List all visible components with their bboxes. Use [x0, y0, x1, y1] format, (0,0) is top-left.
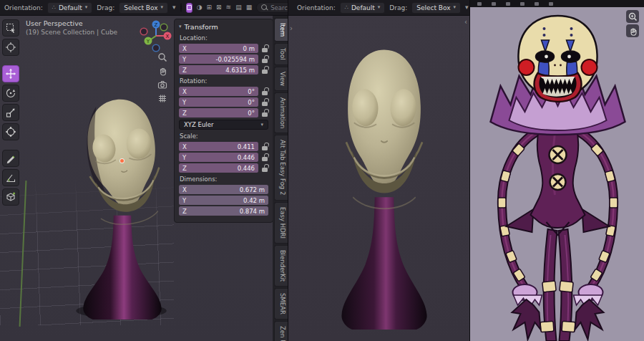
expand-toolbar-chevron[interactable]: ›: [290, 24, 293, 32]
drag-dropdown[interactable]: Select Box ▾: [411, 2, 461, 14]
viewport-3d-center: › ‹ Orientation: ∴ Default ▾ Drag: Selec…: [288, 0, 470, 341]
select-box-icon: [5, 22, 16, 34]
dimensions-x-field[interactable]: X0.672 m: [179, 185, 268, 194]
location-y-field[interactable]: Y-0.025594 m: [179, 54, 258, 64]
blender-window: User Perspective (19) Scene Collection |…: [0, 0, 644, 341]
chevron-down-icon: ▾: [378, 5, 381, 10]
chevron-down-icon[interactable]: ▾: [465, 4, 469, 11]
chevron-down-icon[interactable]: ▾: [172, 4, 176, 11]
dimensions-y-field[interactable]: Y0.42 m: [179, 196, 268, 205]
zoom-icon: [628, 12, 638, 21]
zoom-button[interactable]: [626, 10, 639, 23]
clown-concept-art: [470, 7, 644, 341]
mirror-icon[interactable]: ≋: [226, 4, 232, 11]
location-z-field[interactable]: Z4.6315 m: [179, 65, 258, 75]
lock-icon[interactable]: [261, 164, 268, 173]
move-icon: [5, 68, 16, 80]
rotation-x-field[interactable]: X0°: [179, 87, 258, 96]
rotation-mode-dropdown[interactable]: XYZ Euler ▾: [179, 120, 268, 130]
overlays-icon[interactable]: ▤: [235, 4, 242, 11]
camera-view-icon[interactable]: [157, 79, 168, 90]
drag-dropdown[interactable]: Select Box ▾: [119, 2, 168, 14]
location-x-field[interactable]: X0 m: [179, 44, 258, 53]
zoom-icon[interactable]: [157, 52, 168, 63]
lock-icon[interactable]: [261, 55, 268, 64]
lock-icon[interactable]: [261, 143, 268, 151]
search-input[interactable]: Search: [256, 2, 288, 13]
scale-z-field[interactable]: Z0.446: [179, 163, 258, 173]
pan-hand-icon[interactable]: [157, 65, 168, 77]
reference-canvas[interactable]: [470, 7, 644, 341]
sculpt-head-model-front[interactable]: [323, 40, 446, 330]
tool-measure-button[interactable]: [2, 169, 19, 186]
svg-text:Y: Y: [146, 39, 150, 44]
tab-alt-tab-easy-fog[interactable]: Alt Tab Easy Fog 2: [274, 135, 288, 200]
viewport-3d-left: User Perspective (19) Scene Collection |…: [0, 0, 288, 341]
transform-panel-header[interactable]: ▾ Transform: [179, 23, 268, 31]
render-pass-icon[interactable]: ▦: [246, 4, 253, 11]
shading-sphere-icon[interactable]: [180, 3, 182, 12]
rotate-icon: [5, 87, 16, 99]
scale-y-field[interactable]: Y0.446: [179, 153, 258, 162]
lock-icon[interactable]: [261, 44, 268, 53]
lock-icon[interactable]: [261, 98, 268, 107]
axes-icon: ∴: [345, 4, 348, 11]
pan-button[interactable]: [626, 24, 639, 37]
tool-rotate-button[interactable]: [2, 85, 19, 102]
n-panel-tabs: Item Tool View Animation Alt Tab Easy Fo…: [273, 16, 288, 341]
annotate-pen-icon: [5, 153, 16, 164]
rotation-label: Rotation:: [180, 77, 268, 85]
scale-x-field[interactable]: X0.411: [179, 142, 258, 151]
tool-scale-button[interactable]: [2, 104, 19, 121]
tool-annotate-button[interactable]: [2, 150, 19, 167]
orientation-dropdown[interactable]: ∴ Default ▾: [340, 2, 386, 14]
chevron-down-icon: ▾: [179, 24, 182, 29]
header-icon[interactable]: [506, 2, 510, 6]
tool-cursor-button[interactable]: [2, 39, 19, 56]
navigation-gizmo[interactable]: Z X Y: [140, 19, 172, 55]
active-tool-icon[interactable]: [186, 3, 192, 13]
tab-view[interactable]: View: [274, 67, 288, 91]
tab-smear[interactable]: SMEAR: [274, 288, 288, 320]
toggle-ortho-icon[interactable]: [157, 92, 168, 104]
orientation-dropdown[interactable]: ∴ Default ▾: [47, 2, 93, 14]
scale-icon: [5, 107, 16, 118]
symmetry-icon[interactable]: ⊠: [216, 4, 222, 11]
header-icon[interactable]: [549, 2, 553, 6]
header-icon[interactable]: [535, 2, 539, 6]
tool-select-box-button[interactable]: [2, 19, 19, 37]
header-icon[interactable]: [520, 2, 525, 6]
tab-tool[interactable]: Tool: [274, 43, 288, 65]
proportional-editing-icon[interactable]: ◑: [197, 4, 203, 11]
tab-blenderkit[interactable]: BlenderKit: [274, 245, 288, 287]
tool-transform-button[interactable]: [2, 123, 19, 140]
tool-move-button[interactable]: [2, 65, 19, 82]
rotation-z-field[interactable]: Z0°: [179, 108, 258, 117]
chevron-down-icon: ▾: [85, 5, 88, 10]
lock-icon[interactable]: [261, 109, 268, 117]
dimensions-label: Dimensions:: [180, 176, 268, 183]
viewport-nav-icons: [157, 52, 168, 104]
rotation-y-field[interactable]: Y0°: [179, 97, 258, 107]
snap-icon[interactable]: ⊞: [207, 4, 213, 11]
axes-icon: ∴: [52, 4, 56, 11]
pan-hand-icon: [628, 27, 638, 36]
header-icon[interactable]: [492, 2, 496, 6]
measure-icon: [5, 172, 16, 183]
collapse-sidebar-chevron[interactable]: ‹: [464, 18, 467, 26]
view-perspective-label: User Perspective: [26, 19, 117, 28]
tab-zen-uv-checker[interactable]: Zen UV Checker: [274, 321, 288, 341]
drag-label: Drag:: [389, 4, 407, 11]
lock-icon[interactable]: [261, 87, 268, 96]
sculpt-head-model[interactable]: [66, 92, 179, 320]
chevron-down-icon: ▾: [454, 5, 457, 10]
dimensions-z-field[interactable]: Z0.874 m: [179, 206, 268, 216]
lock-icon[interactable]: [261, 66, 268, 75]
tab-easy-hdri[interactable]: Easy HDRI: [274, 202, 288, 244]
lock-icon[interactable]: [261, 153, 268, 162]
3d-cursor[interactable]: [120, 159, 124, 163]
header-icon[interactable]: [477, 2, 482, 6]
tab-animation[interactable]: Animation: [274, 92, 288, 133]
tab-item[interactable]: Item: [274, 18, 288, 42]
tool-add-cube-button[interactable]: [2, 188, 19, 206]
